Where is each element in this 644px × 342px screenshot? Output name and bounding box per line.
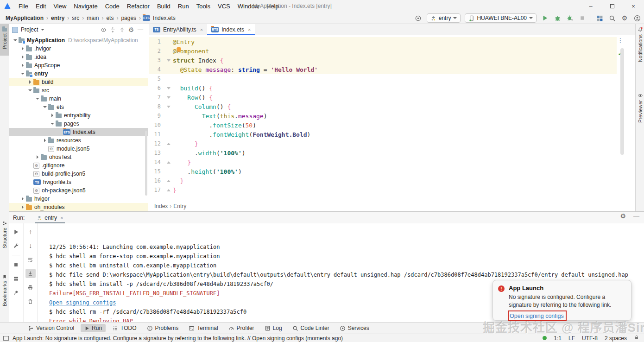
tree-chevron[interactable] xyxy=(49,123,56,125)
tree-chevron[interactable] xyxy=(12,39,19,41)
code-line[interactable]: 6 build() { xyxy=(149,83,617,93)
close-icon[interactable]: × xyxy=(200,27,203,32)
menu-item-navigate[interactable]: Navigate xyxy=(70,3,101,10)
tree-chevron[interactable] xyxy=(42,106,48,108)
open-signing-configs-link[interactable]: Open signing configs xyxy=(510,313,564,319)
stripe-tab-project[interactable]: Project xyxy=(0,24,9,56)
tree-chevron[interactable] xyxy=(27,80,33,84)
stripe-tab-structure[interactable]: Structure xyxy=(0,221,9,248)
minimize-button[interactable]: – xyxy=(580,0,601,12)
indent-setting[interactable]: 2 spaces xyxy=(605,335,627,342)
device-selector[interactable]: HUAWEI BNE-AL00 xyxy=(465,13,537,23)
menu-item-view[interactable]: View xyxy=(50,3,70,10)
toolwindow-button-todo[interactable]: TODO xyxy=(108,324,140,332)
breadcrumb-item-main[interactable]: main xyxy=(86,15,100,21)
breadcrumb-item-ets[interactable]: ets xyxy=(105,15,114,21)
tree-chevron[interactable] xyxy=(42,139,48,142)
tree-row[interactable]: ⚙module.json5 xyxy=(9,145,148,153)
editor-breadcrumb-item[interactable]: Index xyxy=(154,203,168,209)
code-line[interactable]: 16 } xyxy=(149,176,617,185)
fold-marker[interactable] xyxy=(164,180,173,182)
code-line[interactable]: 1@Entry xyxy=(149,37,617,46)
code-line[interactable]: 11 .fontWeight(FontWeight.Bold) xyxy=(149,130,617,139)
line-separator[interactable]: LF xyxy=(568,335,575,342)
breadcrumb-item-src[interactable]: src xyxy=(71,15,80,21)
menu-item-vcs[interactable]: VCS xyxy=(214,3,234,10)
close-icon[interactable]: × xyxy=(248,27,251,32)
hide-panel-icon[interactable]: — xyxy=(136,25,145,34)
locate-file-icon[interactable] xyxy=(99,25,108,34)
tree-chevron[interactable] xyxy=(19,73,26,75)
tree-chevron[interactable] xyxy=(19,205,26,209)
clear-console-icon[interactable] xyxy=(25,297,36,306)
editor-tab-entryability-ts[interactable]: TSEntryAbility.ts× xyxy=(149,24,207,35)
toolwindow-button-log[interactable]: Log xyxy=(261,324,286,332)
code-editor[interactable]: 1@Entry2@Component3struct Index {4 @Stat… xyxy=(149,37,617,195)
caret-position[interactable]: 1:1 xyxy=(554,335,562,342)
soft-wrap-icon[interactable] xyxy=(25,255,36,264)
tree-row[interactable]: ⚙build-profile.json5 xyxy=(9,170,148,178)
menu-item-edit[interactable]: Edit xyxy=(32,3,50,10)
tree-chevron[interactable] xyxy=(34,155,41,159)
profiler-icon[interactable] xyxy=(595,14,604,22)
breadcrumb-item-index.ets[interactable]: Index.ets xyxy=(152,15,177,21)
intention-bulb-icon[interactable] xyxy=(177,47,181,51)
tree-row[interactable]: ⚙.gitignore xyxy=(9,161,148,170)
fold-marker[interactable] xyxy=(164,106,173,108)
code-line[interactable]: 15 .height('100%') xyxy=(149,167,617,176)
search-everywhere-icon[interactable] xyxy=(608,14,616,22)
chevron-down-icon[interactable] xyxy=(41,29,44,31)
up-stack-trace-icon[interactable]: ↑ xyxy=(25,227,36,236)
tree-row[interactable]: AppScope xyxy=(9,61,148,70)
tool-window-toggle-icon[interactable] xyxy=(3,336,9,341)
code-line[interactable]: 12 } xyxy=(149,139,617,148)
toolwindow-button-version-control[interactable]: Version Control xyxy=(24,324,78,332)
tree-row[interactable]: hvigor xyxy=(9,195,148,203)
toolwindow-button-terminal[interactable]: Terminal xyxy=(185,324,221,332)
tree-chevron[interactable] xyxy=(19,63,26,67)
run-button[interactable] xyxy=(541,14,549,22)
debug-button[interactable] xyxy=(553,14,562,22)
menu-item-run[interactable]: Run xyxy=(174,3,193,10)
code-line[interactable]: 7 Row() { xyxy=(149,93,617,102)
target-icon[interactable] xyxy=(414,14,423,22)
tree-chevron[interactable] xyxy=(34,98,41,100)
project-panel-title[interactable]: Project xyxy=(21,26,38,33)
tree-row[interactable]: .idea xyxy=(9,53,148,61)
maximize-button[interactable] xyxy=(601,0,623,12)
print-icon[interactable] xyxy=(25,283,36,292)
breadcrumb-item-myapplication[interactable]: MyApplication xyxy=(5,15,44,21)
toolwindow-button-profiler[interactable]: Profiler xyxy=(225,324,258,332)
code-line[interactable]: 17} xyxy=(149,185,617,195)
stop-button[interactable] xyxy=(578,14,587,22)
fold-marker[interactable] xyxy=(164,59,173,62)
tree-chevron[interactable] xyxy=(27,89,33,91)
down-stack-trace-icon[interactable]: ↓ xyxy=(25,241,36,250)
stripe-tab-notifications[interactable]: Notifications xyxy=(636,27,644,62)
tree-row[interactable]: MyApplicationD:\workspace\MyApplication xyxy=(9,36,148,44)
fold-marker[interactable] xyxy=(164,96,173,99)
rerun-button[interactable] xyxy=(11,227,21,236)
scroll-to-end-icon[interactable] xyxy=(25,269,36,278)
fold-marker[interactable] xyxy=(164,189,173,191)
tree-chevron[interactable] xyxy=(19,197,26,201)
fold-marker[interactable] xyxy=(164,87,173,89)
tree-chevron[interactable] xyxy=(49,114,56,117)
toolwindow-button-problems[interactable]: Problems xyxy=(143,324,183,332)
attach-debugger-button[interactable] xyxy=(566,14,574,22)
close-button[interactable]: × xyxy=(623,0,644,12)
run-tab-entry[interactable]: entry × xyxy=(35,212,65,223)
code-line[interactable]: 4 @State message: string = 'Hello World' xyxy=(149,65,617,74)
tree-row[interactable]: oh_modules xyxy=(9,203,148,211)
tree-row[interactable]: src xyxy=(9,86,148,95)
tree-row[interactable]: main xyxy=(9,95,148,103)
editor-breadcrumb-item[interactable]: Entry xyxy=(173,203,186,209)
settings-gear-icon[interactable]: ⚙ xyxy=(620,14,629,22)
hide-run-panel-icon[interactable]: — xyxy=(633,212,639,219)
pin-icon[interactable] xyxy=(11,288,21,297)
tree-row[interactable]: build xyxy=(9,78,148,86)
menu-item-tools[interactable]: Tools xyxy=(193,3,214,10)
run-settings-gear-icon[interactable]: ⚙ xyxy=(620,213,626,219)
editor-tab-index-ets[interactable]: ETSIndex.ets× xyxy=(207,24,255,35)
menu-item-code[interactable]: Code xyxy=(101,3,123,10)
